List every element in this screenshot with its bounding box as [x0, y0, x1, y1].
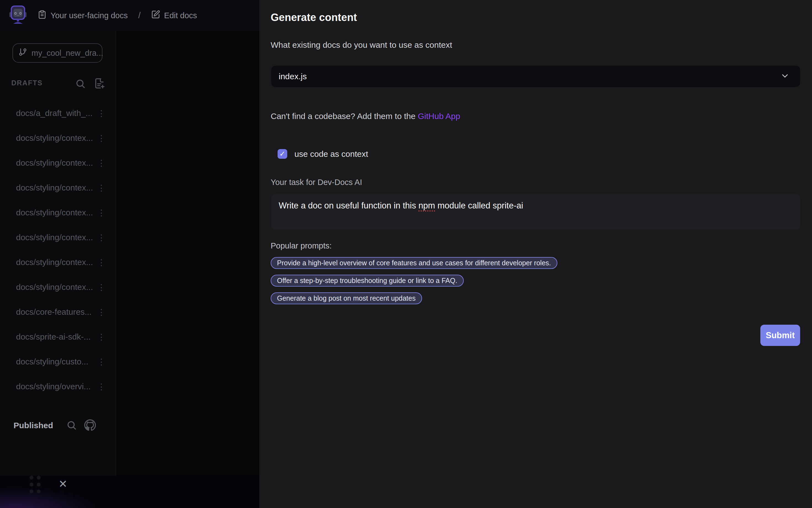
draft-item[interactable]: docs/styling/contex... ⋮: [16, 155, 107, 171]
svg-text:o_o: o_o: [14, 11, 22, 16]
kebab-menu-icon[interactable]: ⋮: [95, 283, 107, 292]
codebase-select-value: index.js: [279, 72, 780, 81]
published-label: Published: [13, 421, 53, 430]
draft-item[interactable]: docs/core-features... ⋮: [16, 304, 107, 320]
published-section: Published: [13, 416, 53, 435]
draft-item[interactable]: docs/a_draft_with_... ⋮: [16, 105, 107, 122]
codebase-select[interactable]: index.js: [271, 66, 800, 87]
kebab-menu-icon[interactable]: ⋮: [95, 208, 107, 218]
popular-prompts-label: Popular prompts:: [271, 241, 332, 250]
draft-item[interactable]: docs/styling/contex... ⋮: [16, 179, 107, 196]
task-textarea[interactable]: Write a doc on useful function in this n…: [271, 194, 800, 229]
generate-content-panel: Generate content What existing docs do y…: [259, 0, 812, 508]
drafts-search-button[interactable]: [75, 78, 86, 90]
github-app-link[interactable]: GitHub App: [418, 112, 460, 121]
app-logo-robot: o_o: [9, 5, 27, 26]
drag-handle-icon[interactable]: [30, 476, 41, 493]
breadcrumb-docs-label: Your user-facing docs: [50, 11, 128, 20]
use-code-checkbox[interactable]: ✓: [278, 149, 287, 159]
sidebar: my_cool_new_dra... DRAFTS docs/a_draft_w…: [0, 31, 116, 476]
git-branch-icon: [18, 48, 27, 58]
new-draft-button[interactable]: [94, 78, 105, 90]
kebab-menu-icon[interactable]: ⋮: [95, 158, 107, 168]
github-icon[interactable]: [84, 419, 96, 432]
prompt-pills: Provide a high-level overview of core fe…: [271, 257, 557, 310]
page-title: Generate content: [271, 12, 357, 24]
clipboard-icon: [38, 10, 47, 21]
draft-item[interactable]: docs/styling/contex... ⋮: [16, 204, 107, 221]
draft-item[interactable]: docs/styling/contex... ⋮: [16, 279, 107, 295]
prompt-pill[interactable]: Provide a high-level overview of core fe…: [271, 257, 557, 269]
edit-pen-icon: [151, 10, 160, 21]
kebab-menu-icon[interactable]: ⋮: [95, 307, 107, 317]
use-code-label: use code as context: [294, 150, 368, 159]
kebab-menu-icon[interactable]: ⋮: [95, 357, 107, 367]
draft-item[interactable]: docs/sprite-ai-sdk-... ⋮: [16, 329, 107, 345]
kebab-menu-icon[interactable]: ⋮: [95, 183, 107, 193]
chevron-down-icon: [780, 71, 789, 82]
drafts-section-label: DRAFTS: [11, 79, 43, 87]
submit-button[interactable]: Submit: [760, 325, 800, 346]
kebab-menu-icon[interactable]: ⋮: [95, 233, 107, 242]
kebab-menu-icon[interactable]: ⋮: [95, 133, 107, 143]
codebase-hint: Can't find a codebase? Add them to the G…: [271, 112, 460, 121]
use-code-row: ✓ use code as context: [278, 149, 368, 159]
branch-selector[interactable]: my_cool_new_dra...: [12, 43, 103, 63]
breadcrumb-edit-label: Edit docs: [164, 11, 197, 20]
published-search-button[interactable]: [66, 420, 77, 431]
draft-item[interactable]: docs/styling/contex... ⋮: [16, 130, 107, 146]
kebab-menu-icon[interactable]: ⋮: [95, 382, 107, 391]
topbar: o_o Your user-facing docs /: [0, 0, 259, 31]
breadcrumb-your-docs[interactable]: Your user-facing docs: [38, 10, 128, 21]
branch-name: my_cool_new_dra...: [32, 49, 103, 58]
close-icon[interactable]: ✕: [58, 478, 68, 490]
breadcrumb-edit-docs[interactable]: Edit docs: [151, 10, 197, 21]
kebab-menu-icon[interactable]: ⋮: [95, 258, 107, 267]
kebab-menu-icon[interactable]: ⋮: [95, 332, 107, 342]
draft-item[interactable]: docs/styling/contex... ⋮: [16, 254, 107, 270]
draft-item[interactable]: docs/styling/contex... ⋮: [16, 229, 107, 246]
bottom-toolbar: ✕: [0, 476, 259, 508]
draft-item[interactable]: docs/styling/custo... ⋮: [16, 353, 107, 370]
content-background: [116, 31, 259, 476]
task-label: Your task for Dev-Docs AI: [271, 178, 362, 187]
draft-item[interactable]: docs/styling/overvi... ⋮: [16, 378, 107, 395]
breadcrumb: Your user-facing docs / Edit docs: [38, 10, 197, 21]
context-question-label: What existing docs do you want to use as…: [271, 40, 452, 50]
breadcrumb-separator: /: [138, 10, 140, 20]
kebab-menu-icon[interactable]: ⋮: [95, 109, 107, 118]
prompt-pill[interactable]: Offer a step-by-step troubleshooting gui…: [271, 275, 464, 287]
prompt-pill[interactable]: Generate a blog post on most recent upda…: [271, 292, 422, 304]
misspelled-word: npm: [418, 201, 435, 211]
